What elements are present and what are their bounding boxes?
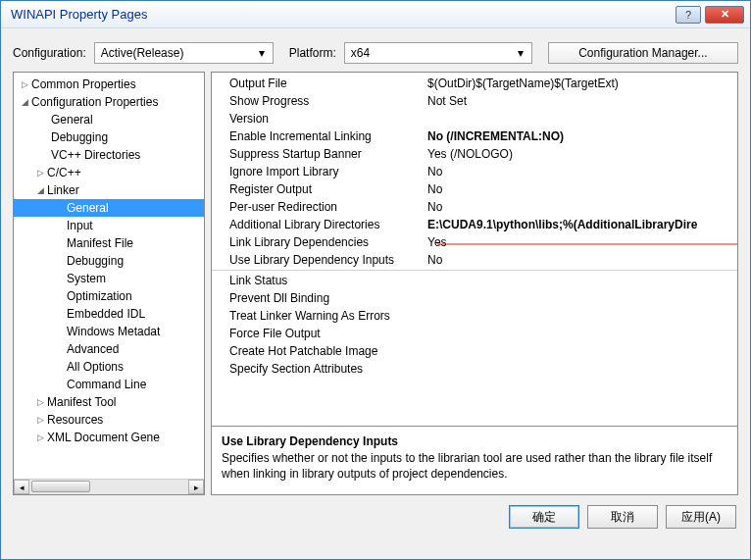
property-name: Per-user Redirection <box>212 200 424 214</box>
configuration-select[interactable]: Active(Release) ▾ <box>94 42 274 64</box>
tree-resources[interactable]: ▷Resources <box>14 411 204 429</box>
property-name: Enable Incremental Linking <box>212 129 424 143</box>
property-row[interactable]: Enable Incremental LinkingNo (/INCREMENT… <box>212 127 737 145</box>
property-name: Ignore Import Library <box>212 165 424 178</box>
tree-linker-command-line[interactable]: Command Line <box>14 376 204 393</box>
property-row[interactable]: Use Library Dependency InputsNo <box>212 251 737 269</box>
tree-panel: ▷Common Properties ◢Configuration Proper… <box>13 72 205 495</box>
scroll-right-icon[interactable]: ▸ <box>188 480 204 494</box>
property-row[interactable]: Ignore Import LibraryNo <box>212 163 737 180</box>
property-name: Version <box>212 112 424 126</box>
property-row[interactable]: Output File$(OutDir)$(TargetName)$(Targe… <box>212 75 737 92</box>
property-name: Create Hot Patchable Image <box>212 344 424 358</box>
caret-down-icon: ◢ <box>20 97 29 107</box>
property-value: E:\CUDA9.1\python\libs;%(AdditionalLibra… <box>424 218 737 231</box>
property-row[interactable]: Version <box>212 110 737 127</box>
caret-right-icon: ▷ <box>35 415 45 425</box>
configuration-label: Configuration: <box>13 46 86 60</box>
tree-manifest-tool[interactable]: ▷Manifest Tool <box>14 393 204 411</box>
configuration-value: Active(Release) <box>101 46 184 60</box>
property-row[interactable]: Link Status <box>212 272 737 289</box>
property-value: Yes <box>424 235 737 249</box>
main-area: ▷Common Properties ◢Configuration Proper… <box>1 72 750 495</box>
property-value: Not Set <box>424 94 737 108</box>
description-text: Specifies whether or not the inputs to t… <box>222 450 727 482</box>
tree-configuration-properties[interactable]: ◢Configuration Properties <box>14 93 204 111</box>
tree-linker-general[interactable]: General <box>14 199 204 217</box>
apply-button[interactable]: 应用(A) <box>666 505 736 529</box>
chevron-down-icon: ▾ <box>255 46 269 60</box>
tree-linker-embedded-idl[interactable]: Embedded IDL <box>14 305 204 323</box>
property-name: Prevent Dll Binding <box>212 291 424 305</box>
property-name: Specify Section Attributes <box>212 362 424 376</box>
property-grid: Output File$(OutDir)$(TargetName)$(Targe… <box>212 73 737 426</box>
tree-linker-system[interactable]: System <box>14 270 204 287</box>
help-button[interactable]: ? <box>676 6 701 24</box>
property-tree: ▷Common Properties ◢Configuration Proper… <box>14 73 204 449</box>
tree-linker-advanced[interactable]: Advanced <box>14 340 204 358</box>
caret-right-icon: ▷ <box>20 79 29 89</box>
property-name: Link Status <box>212 274 424 287</box>
caret-right-icon: ▷ <box>35 397 45 407</box>
window-title: WINAPI Property Pages <box>11 7 676 22</box>
property-row[interactable]: Link Library DependenciesYes <box>212 233 737 251</box>
tree-vc-directories[interactable]: VC++ Directories <box>14 146 204 164</box>
scroll-thumb[interactable] <box>31 481 90 492</box>
configuration-manager-button[interactable]: Configuration Manager... <box>548 42 738 64</box>
property-value: No <box>424 253 737 267</box>
property-name: Link Library Dependencies <box>212 235 424 249</box>
dialog-button-row: 确定 取消 应用(A) <box>1 495 750 538</box>
close-button[interactable]: ✕ <box>705 6 744 24</box>
property-name: Use Library Dependency Inputs <box>212 253 424 267</box>
tree-cc[interactable]: ▷C/C++ <box>14 164 204 181</box>
chevron-down-icon: ▾ <box>514 46 527 60</box>
description-pane: Use Library Dependency Inputs Specifies … <box>212 426 737 494</box>
property-name: Treat Linker Warning As Errors <box>212 309 424 323</box>
tree-linker-input[interactable]: Input <box>14 217 204 234</box>
caret-right-icon: ▷ <box>35 433 45 442</box>
property-value: Yes (/NOLOGO) <box>424 147 737 161</box>
property-name: Show Progress <box>212 94 424 108</box>
property-row[interactable]: Create Hot Patchable Image <box>212 342 737 360</box>
cancel-button[interactable]: 取消 <box>587 505 658 529</box>
property-row[interactable]: Additional Library DirectoriesE:\CUDA9.1… <box>212 216 737 233</box>
property-value: No <box>424 200 737 214</box>
tree-linker-optimization[interactable]: Optimization <box>14 287 204 305</box>
property-row[interactable]: Force File Output <box>212 325 737 342</box>
property-row[interactable]: Show ProgressNot Set <box>212 92 737 110</box>
property-panel: Output File$(OutDir)$(TargetName)$(Targe… <box>211 72 738 495</box>
property-name: Suppress Startup Banner <box>212 147 424 161</box>
property-name: Force File Output <box>212 327 424 340</box>
platform-select[interactable]: x64 ▾ <box>344 42 532 64</box>
property-row[interactable]: Treat Linker Warning As Errors <box>212 307 737 325</box>
caret-down-icon: ◢ <box>35 185 45 195</box>
property-name: Output File <box>212 76 424 90</box>
property-value: No <box>424 182 737 196</box>
tree-hscrollbar[interactable]: ◂ ▸ <box>14 479 204 494</box>
ok-button[interactable]: 确定 <box>509 505 579 529</box>
tree-cfg-debugging[interactable]: Debugging <box>14 128 204 146</box>
property-row[interactable]: Register OutputNo <box>212 180 737 198</box>
caret-right-icon: ▷ <box>35 168 45 178</box>
property-value: No <box>424 165 737 178</box>
property-row[interactable]: Per-user RedirectionNo <box>212 198 737 216</box>
tree-xml-document-gen[interactable]: ▷XML Document Gene <box>14 429 204 446</box>
tree-linker[interactable]: ◢Linker <box>14 181 204 199</box>
platform-label: Platform: <box>289 46 336 60</box>
property-value: $(OutDir)$(TargetName)$(TargetExt) <box>424 76 737 90</box>
tree-cfg-general[interactable]: General <box>14 111 204 128</box>
property-name: Additional Library Directories <box>212 218 424 231</box>
property-row[interactable]: Suppress Startup BannerYes (/NOLOGO) <box>212 145 737 163</box>
tree-linker-manifest[interactable]: Manifest File <box>14 234 204 252</box>
tree-linker-debugging[interactable]: Debugging <box>14 252 204 270</box>
scroll-left-icon[interactable]: ◂ <box>14 480 29 494</box>
tree-linker-windows-metadata[interactable]: Windows Metadat <box>14 323 204 340</box>
property-row[interactable]: Specify Section Attributes <box>212 360 737 378</box>
titlebar: WINAPI Property Pages ? ✕ <box>1 1 750 28</box>
property-name: Register Output <box>212 182 424 196</box>
description-title: Use Library Dependency Inputs <box>222 434 727 448</box>
tree-linker-all-options[interactable]: All Options <box>14 358 204 376</box>
property-row[interactable]: Prevent Dll Binding <box>212 289 737 307</box>
tree-common-properties[interactable]: ▷Common Properties <box>14 76 204 93</box>
scroll-track[interactable] <box>29 480 188 494</box>
